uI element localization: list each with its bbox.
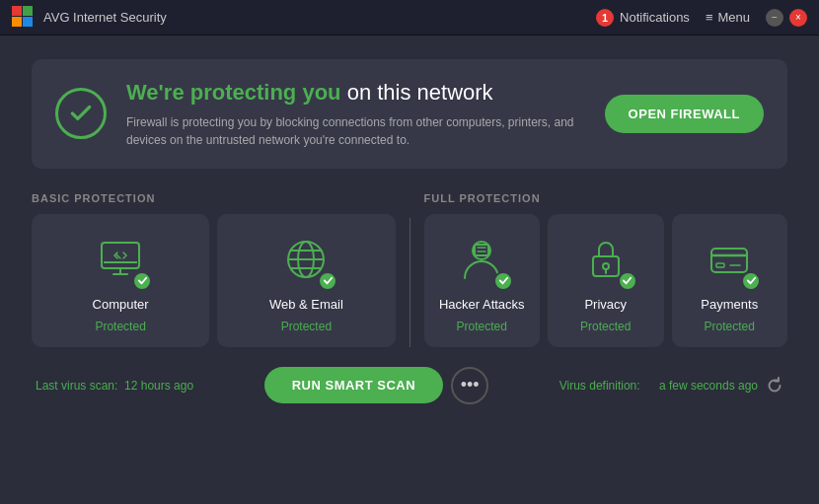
computer-card-name: Computer — [93, 297, 149, 312]
open-firewall-button[interactable]: OPEN FIREWALL — [605, 95, 764, 133]
run-smart-scan-button[interactable]: RUN SMART SCAN — [264, 367, 443, 403]
payments-check-badge — [741, 271, 761, 291]
svg-rect-19 — [716, 263, 724, 267]
svg-rect-4 — [102, 243, 139, 268]
svg-rect-17 — [711, 249, 747, 272]
window-controls: − × — [766, 9, 807, 27]
hero-subtitle: Firewall is protecting you by blocking c… — [126, 113, 585, 149]
payments-card-status: Protected — [705, 320, 755, 333]
web-email-card[interactable]: Web & Email Protected — [217, 214, 395, 347]
payments-card-name: Payments — [701, 297, 758, 312]
svg-rect-0 — [12, 6, 22, 16]
computer-card[interactable]: Computer Protected — [32, 214, 209, 347]
menu-label: Menu — [717, 10, 750, 25]
bottom-bar: Last virus scan: 12 hours ago RUN SMART … — [32, 367, 787, 404]
hacker-attacks-icon-wrap — [452, 230, 511, 289]
payments-icon-wrap — [700, 230, 759, 289]
full-protection-cards: Hacker Attacks Protected — [424, 214, 788, 347]
notifications-badge: 1 — [596, 9, 614, 27]
privacy-card[interactable]: Privacy Protected — [548, 214, 664, 347]
basic-protection-label: BASIC PROTECTION — [32, 192, 396, 204]
avg-logo — [12, 6, 36, 30]
computer-check-badge — [132, 271, 152, 291]
payments-card[interactable]: Payments Protected — [672, 214, 788, 347]
svg-rect-11 — [475, 245, 488, 255]
computer-icon-wrap — [91, 230, 150, 289]
hacker-attacks-card-name: Hacker Attacks — [439, 297, 525, 312]
web-email-card-status: Protected — [281, 320, 332, 333]
section-divider — [410, 218, 410, 347]
hero-check-icon — [55, 88, 107, 139]
titlebar-right: 1 Notifications ≡ Menu − × — [596, 9, 807, 27]
minimize-button[interactable]: − — [766, 9, 783, 27]
hero-title: We're protecting you on this network — [126, 79, 585, 108]
privacy-card-status: Protected — [580, 320, 631, 333]
computer-card-status: Protected — [95, 320, 145, 333]
privacy-check-badge — [618, 271, 637, 291]
titlebar-left: AVG Internet Security — [12, 6, 167, 30]
close-button[interactable]: × — [789, 9, 807, 27]
more-dots-icon: ••• — [461, 375, 480, 396]
refresh-icon[interactable] — [766, 377, 783, 395]
titlebar: AVG Internet Security 1 Notifications ≡ … — [0, 0, 819, 36]
full-protection-section: FULL PROTECTION — [424, 192, 788, 347]
virus-def-value: a few seconds ago — [659, 379, 758, 393]
hacker-attacks-card-status: Protected — [457, 320, 507, 333]
last-scan-value: 12 hours ago — [124, 379, 193, 393]
hero-title-bold: We're protecting you — [126, 80, 341, 105]
basic-protection-cards: Computer Protected — [32, 214, 396, 347]
virus-def-label: Virus definition: — [559, 379, 640, 393]
privacy-icon-wrap — [576, 230, 635, 289]
basic-protection-section: BASIC PROTECTION — [32, 192, 396, 347]
last-scan: Last virus scan: 12 hours ago — [36, 379, 193, 393]
hero-banner: We're protecting you on this network Fir… — [32, 59, 787, 169]
svg-rect-2 — [12, 17, 22, 27]
full-protection-label: FULL PROTECTION — [424, 192, 788, 204]
web-email-check-badge — [318, 271, 337, 291]
main-content: We're protecting you on this network Fir… — [0, 36, 819, 424]
more-options-button[interactable]: ••• — [451, 367, 488, 404]
web-email-icon-wrap — [276, 230, 335, 289]
hero-title-rest: on this network — [341, 80, 493, 105]
menu-button[interactable]: ≡ Menu — [706, 10, 750, 25]
scan-button-group: RUN SMART SCAN ••• — [264, 367, 488, 404]
hacker-attacks-check-badge — [493, 271, 513, 291]
svg-rect-1 — [23, 6, 33, 16]
web-email-card-name: Web & Email — [269, 297, 343, 312]
menu-lines-icon: ≡ — [706, 10, 713, 25]
virus-definition: Virus definition: a few seconds ago — [559, 377, 783, 395]
notifications-button[interactable]: 1 Notifications — [596, 9, 690, 27]
privacy-card-name: Privacy — [584, 297, 627, 312]
notifications-label: Notifications — [620, 10, 690, 25]
protection-sections: BASIC PROTECTION — [32, 192, 787, 347]
hero-text: We're protecting you on this network Fir… — [126, 79, 585, 149]
hacker-attacks-card[interactable]: Hacker Attacks Protected — [424, 214, 541, 347]
svg-rect-3 — [23, 17, 33, 27]
last-scan-label: Last virus scan: — [36, 379, 117, 393]
app-title: AVG Internet Security — [43, 10, 167, 25]
